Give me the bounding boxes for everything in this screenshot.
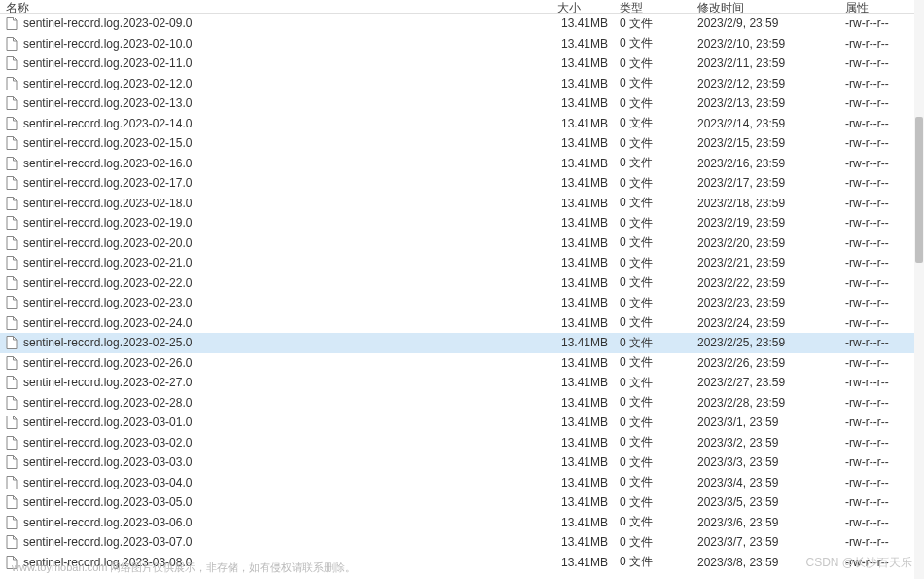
table-row[interactable]: sentinel-record.log.2023-02-20.013.41MB0… xyxy=(0,234,924,254)
column-attr[interactable]: 属性 xyxy=(843,0,921,13)
file-size: 13.41MB xyxy=(557,476,618,489)
table-row[interactable]: sentinel-record.log.2023-02-14.013.41MB0… xyxy=(0,114,924,134)
file-size: 13.41MB xyxy=(557,56,618,70)
column-name[interactable]: 名称 xyxy=(0,0,557,13)
file-name: sentinel-record.log.2023-02-23.0 xyxy=(23,296,192,309)
file-name: sentinel-record.log.2023-02-17.0 xyxy=(23,176,192,190)
table-row[interactable]: sentinel-record.log.2023-03-01.013.41MB0… xyxy=(0,413,924,433)
table-row[interactable]: sentinel-record.log.2023-03-06.013.41MB0… xyxy=(0,513,924,533)
file-mtime: 2023/3/7, 23:59 xyxy=(695,535,843,549)
column-size[interactable]: 大小 xyxy=(557,0,618,13)
file-icon xyxy=(4,76,19,91)
file-size: 13.41MB xyxy=(557,276,618,290)
file-name-cell: sentinel-record.log.2023-02-12.0 xyxy=(0,76,557,91)
file-name: sentinel-record.log.2023-02-11.0 xyxy=(23,56,192,70)
file-name-cell: sentinel-record.log.2023-02-27.0 xyxy=(0,375,557,390)
table-row[interactable]: sentinel-record.log.2023-02-21.013.41MB0… xyxy=(0,253,924,273)
table-row[interactable]: sentinel-record.log.2023-03-08.013.41MB0… xyxy=(0,553,924,573)
table-row[interactable]: sentinel-record.log.2023-02-27.013.41MB0… xyxy=(0,373,924,393)
table-row[interactable]: sentinel-record.log.2023-03-05.013.41MB0… xyxy=(0,492,924,513)
table-row[interactable]: sentinel-record.log.2023-03-03.013.41MB0… xyxy=(0,452,924,473)
file-mtime: 2023/2/26, 23:59 xyxy=(695,356,843,370)
file-name-cell: sentinel-record.log.2023-03-04.0 xyxy=(0,475,557,490)
table-row[interactable]: sentinel-record.log.2023-02-25.013.41MB0… xyxy=(0,333,924,353)
file-size: 13.41MB xyxy=(557,396,618,410)
file-attr: -rw-r--r-- xyxy=(843,556,921,569)
file-type: 0 文件 xyxy=(618,554,695,570)
table-row[interactable]: sentinel-record.log.2023-02-15.013.41MB0… xyxy=(0,133,924,154)
file-name: sentinel-record.log.2023-02-09.0 xyxy=(23,17,192,30)
file-name: sentinel-record.log.2023-02-18.0 xyxy=(23,197,192,210)
file-type: 0 文件 xyxy=(618,434,695,451)
file-mtime: 2023/2/15, 23:59 xyxy=(695,136,843,150)
file-size: 13.41MB xyxy=(557,256,618,270)
table-row[interactable]: sentinel-record.log.2023-02-11.013.41MB0… xyxy=(0,54,924,74)
column-mtime[interactable]: 修改时间 xyxy=(695,0,843,13)
table-row[interactable]: sentinel-record.log.2023-02-18.013.41MB0… xyxy=(0,194,924,214)
table-row[interactable]: sentinel-record.log.2023-02-26.013.41MB0… xyxy=(0,353,924,374)
file-icon xyxy=(4,375,19,390)
table-row[interactable]: sentinel-record.log.2023-02-24.013.41MB0… xyxy=(0,313,924,334)
file-mtime: 2023/3/2, 23:59 xyxy=(695,436,843,450)
file-attr: -rw-r--r-- xyxy=(843,216,921,230)
file-name: sentinel-record.log.2023-03-05.0 xyxy=(23,495,192,509)
file-mtime: 2023/2/13, 23:59 xyxy=(695,96,843,110)
file-name-cell: sentinel-record.log.2023-03-07.0 xyxy=(0,534,557,550)
file-type: 0 文件 xyxy=(618,415,695,431)
table-row[interactable]: sentinel-record.log.2023-03-02.013.41MB0… xyxy=(0,433,924,453)
file-name: sentinel-record.log.2023-03-01.0 xyxy=(23,416,192,429)
file-icon xyxy=(4,415,19,430)
file-size: 13.41MB xyxy=(557,516,618,529)
table-row[interactable]: sentinel-record.log.2023-02-16.013.41MB0… xyxy=(0,154,924,174)
file-attr: -rw-r--r-- xyxy=(843,516,921,529)
scrollbar-thumb[interactable] xyxy=(915,117,923,263)
file-name-cell: sentinel-record.log.2023-02-23.0 xyxy=(0,295,557,310)
file-name: sentinel-record.log.2023-02-27.0 xyxy=(23,376,192,389)
file-name-cell: sentinel-record.log.2023-02-24.0 xyxy=(0,315,557,331)
file-icon xyxy=(4,435,19,451)
file-name: sentinel-record.log.2023-02-16.0 xyxy=(23,157,192,170)
file-icon xyxy=(4,116,19,131)
file-icon xyxy=(4,175,19,191)
file-name-cell: sentinel-record.log.2023-02-09.0 xyxy=(0,16,557,31)
table-row[interactable]: sentinel-record.log.2023-02-12.013.41MB0… xyxy=(0,74,924,94)
file-type: 0 文件 xyxy=(618,155,695,171)
file-type: 0 文件 xyxy=(618,115,695,131)
file-mtime: 2023/2/17, 23:59 xyxy=(695,176,843,190)
table-row[interactable]: sentinel-record.log.2023-02-19.013.41MB0… xyxy=(0,213,924,234)
column-type[interactable]: 类型 xyxy=(618,0,695,13)
file-type: 0 文件 xyxy=(618,534,695,551)
file-icon xyxy=(4,255,19,271)
table-row[interactable]: sentinel-record.log.2023-02-22.013.41MB0… xyxy=(0,273,924,294)
file-mtime: 2023/2/18, 23:59 xyxy=(695,197,843,210)
file-attr: -rw-r--r-- xyxy=(843,77,921,90)
file-size: 13.41MB xyxy=(557,356,618,370)
vertical-scrollbar[interactable] xyxy=(914,0,924,579)
file-attr: -rw-r--r-- xyxy=(843,256,921,270)
file-attr: -rw-r--r-- xyxy=(843,157,921,170)
table-row[interactable]: sentinel-record.log.2023-02-23.013.41MB0… xyxy=(0,293,924,313)
file-type: 0 文件 xyxy=(618,195,695,211)
file-icon xyxy=(4,475,19,490)
file-size: 13.41MB xyxy=(557,136,618,150)
file-mtime: 2023/2/12, 23:59 xyxy=(695,77,843,90)
file-name-cell: sentinel-record.log.2023-02-25.0 xyxy=(0,335,557,350)
table-row[interactable]: sentinel-record.log.2023-02-10.013.41MB0… xyxy=(0,34,924,54)
file-icon xyxy=(4,534,19,550)
file-icon xyxy=(4,16,19,31)
table-row[interactable]: sentinel-record.log.2023-02-28.013.41MB0… xyxy=(0,393,924,414)
table-row[interactable]: sentinel-record.log.2023-02-13.013.41MB0… xyxy=(0,93,924,114)
file-size: 13.41MB xyxy=(557,96,618,110)
file-icon xyxy=(4,375,19,390)
file-icon xyxy=(4,215,19,231)
table-row[interactable]: sentinel-record.log.2023-03-07.013.41MB0… xyxy=(0,532,924,553)
file-icon xyxy=(4,156,19,171)
table-row[interactable]: sentinel-record.log.2023-03-04.013.41MB0… xyxy=(0,473,924,493)
table-row[interactable]: sentinel-record.log.2023-02-17.013.41MB0… xyxy=(0,173,924,194)
file-type: 0 文件 xyxy=(618,354,695,371)
file-icon xyxy=(4,315,19,331)
table-row[interactable]: sentinel-record.log.2023-02-09.013.41MB0… xyxy=(0,14,924,34)
file-size: 13.41MB xyxy=(557,37,618,51)
file-icon xyxy=(4,355,19,371)
file-icon xyxy=(4,515,19,530)
